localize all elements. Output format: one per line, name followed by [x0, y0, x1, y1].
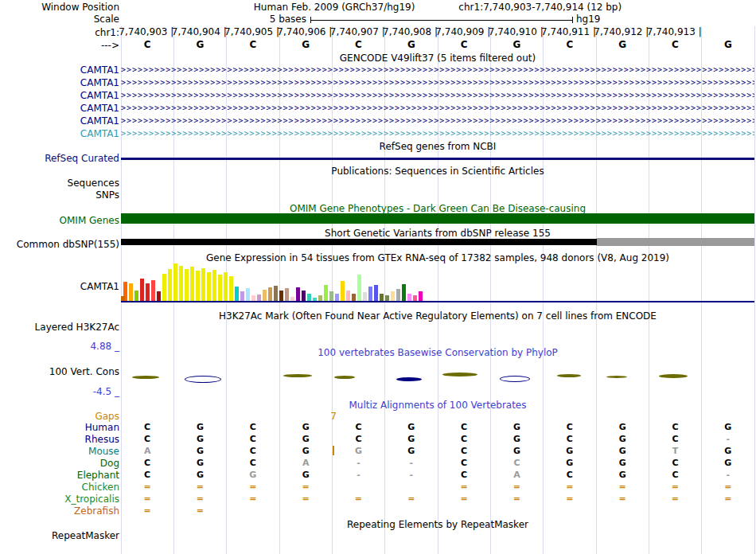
alignment-base: C: [544, 470, 596, 480]
gene-label[interactable]: CAMTA1: [0, 64, 119, 76]
alignment-base: C: [227, 446, 279, 456]
snps-label[interactable]: SNPs: [0, 189, 119, 201]
species-label[interactable]: Rhesus: [0, 434, 119, 445]
sequence-base: C: [332, 39, 384, 50]
gene-transcript[interactable]: >>>>>>>>>>>>>>>>>>>>>>>>>>>>>>>>>>>>>>>>…: [121, 77, 754, 88]
track-title-publications: Publications: Sequences in Scientific Ar…: [121, 166, 754, 177]
header-titles: Human Feb. 2009 (GRCh37/hg19)chr1:7,740,…: [121, 2, 754, 13]
gene-transcript[interactable]: >>>>>>>>>>>>>>>>>>>>>>>>>>>>>>>>>>>>>>>>…: [121, 103, 754, 113]
gtex-bar[interactable]: [385, 295, 389, 301]
gtex-bar[interactable]: [146, 283, 150, 301]
gtex-bar[interactable]: [357, 275, 361, 301]
gtex-bar[interactable]: [151, 280, 155, 301]
alignment-base: -: [332, 458, 384, 468]
gtex-bar[interactable]: [207, 272, 211, 301]
gtex-gene-label[interactable]: CAMTA1: [0, 281, 119, 292]
gtex-bar[interactable]: [318, 295, 322, 301]
species-label[interactable]: Elephant: [0, 470, 119, 481]
gtex-bar[interactable]: [173, 263, 177, 301]
gtex-bar[interactable]: [140, 279, 144, 301]
omim-genes-bar[interactable]: [121, 213, 754, 224]
conservation-mark: [442, 373, 477, 376]
scale-value: 5 bases: [231, 14, 306, 25]
gtex-bar[interactable]: [162, 274, 166, 301]
gtex-bar[interactable]: [419, 291, 423, 301]
gtex-bar[interactable]: [201, 268, 205, 301]
gaps-label[interactable]: Gaps: [0, 411, 119, 422]
species-label[interactable]: Mouse: [0, 446, 119, 457]
gtex-bar[interactable]: [329, 291, 333, 301]
gtex-bar[interactable]: [402, 284, 406, 301]
alignment-base: G: [596, 446, 649, 456]
gene-label[interactable]: CAMTA1: [0, 115, 119, 127]
repeatmasker-label[interactable]: RepeatMasker: [0, 530, 119, 541]
alignment-base: G: [279, 470, 332, 480]
gtex-bar[interactable]: [212, 270, 216, 301]
gtex-bar[interactable]: [185, 269, 189, 301]
gene-label[interactable]: CAMTA1: [0, 90, 119, 101]
gtex-bar[interactable]: [307, 294, 311, 301]
gene-label[interactable]: CAMTA1: [0, 103, 119, 114]
gtex-bar[interactable]: [391, 291, 395, 301]
gtex-bar[interactable]: [246, 288, 250, 301]
gtex-bar[interactable]: [251, 295, 255, 301]
gtex-bar[interactable]: [168, 269, 172, 301]
species-label[interactable]: X_tropicalis: [0, 494, 119, 505]
gtex-bar[interactable]: [335, 294, 339, 301]
gene-transcript[interactable]: >>>>>>>>>>>>>>>>>>>>>>>>>>>>>>>>>>>>>>>>…: [121, 128, 754, 138]
gtex-bar[interactable]: [302, 291, 306, 301]
gtex-bar[interactable]: [235, 287, 239, 301]
gene-label[interactable]: CAMTA1: [0, 77, 119, 88]
gtex-bar[interactable]: [224, 272, 228, 301]
window-position-label: Window Position: [0, 2, 119, 13]
gtex-bar[interactable]: [196, 271, 200, 301]
species-label[interactable]: Dog: [0, 458, 119, 469]
species-label[interactable]: Chicken: [0, 482, 119, 493]
gtex-bar[interactable]: [413, 295, 417, 301]
refseq-curated-item[interactable]: [121, 158, 754, 160]
dbsnp-bar-gray[interactable]: [597, 238, 754, 246]
gtex-bar[interactable]: [407, 294, 411, 301]
gtex-bar[interactable]: [279, 291, 283, 301]
gtex-bar[interactable]: [157, 291, 161, 301]
gene-transcript[interactable]: >>>>>>>>>>>>>>>>>>>>>>>>>>>>>>>>>>>>>>>>…: [121, 64, 754, 75]
cons-track-label[interactable]: 100 Vert. Cons: [0, 366, 119, 377]
alignment-base: G: [385, 422, 438, 432]
gtex-bar[interactable]: [396, 289, 400, 301]
gtex-bar[interactable]: [134, 291, 138, 301]
gtex-bar[interactable]: [179, 266, 183, 301]
gtex-bar[interactable]: [363, 292, 367, 301]
gtex-bar[interactable]: [257, 295, 261, 301]
gtex-bar[interactable]: [346, 291, 350, 301]
gene-transcript[interactable]: >>>>>>>>>>>>>>>>>>>>>>>>>>>>>>>>>>>>>>>>…: [121, 90, 754, 100]
gtex-bar[interactable]: [374, 285, 378, 301]
gtex-bar[interactable]: [129, 283, 133, 301]
gtex-bar[interactable]: [263, 290, 267, 301]
gene-label[interactable]: CAMTA1: [0, 128, 119, 139]
dbsnp-label[interactable]: Common dbSNP(155): [0, 239, 119, 250]
gtex-bar[interactable]: [274, 286, 278, 301]
gtex-bar[interactable]: [368, 287, 372, 301]
gtex-bar[interactable]: [190, 267, 194, 301]
refseq-curated-label[interactable]: RefSeq Curated: [0, 153, 119, 164]
gtex-bar[interactable]: [352, 294, 356, 301]
gtex-bar[interactable]: [324, 285, 328, 301]
gtex-bar[interactable]: [296, 287, 300, 301]
omim-genes-label[interactable]: OMIM Genes: [0, 215, 119, 226]
alignment-base: C: [121, 422, 173, 432]
gtex-bar[interactable]: [268, 287, 272, 301]
species-label[interactable]: Human: [0, 422, 119, 433]
gtex-bar[interactable]: [240, 291, 244, 301]
gtex-bar[interactable]: [341, 281, 345, 301]
alignment-base: G: [173, 422, 226, 432]
alignment-base: G: [544, 458, 596, 468]
gtex-bar[interactable]: [229, 276, 233, 301]
sequences-label[interactable]: Sequences: [0, 178, 119, 189]
gtex-bar[interactable]: [218, 275, 222, 301]
gtex-bar[interactable]: [285, 288, 289, 301]
h3k27ac-label[interactable]: Layered H3K27Ac: [0, 322, 119, 333]
gene-transcript[interactable]: >>>>>>>>>>>>>>>>>>>>>>>>>>>>>>>>>>>>>>>>…: [121, 115, 754, 126]
conservation-mark: [132, 376, 159, 379]
gtex-bar[interactable]: [380, 294, 384, 301]
species-label[interactable]: Zebrafish: [0, 505, 119, 517]
